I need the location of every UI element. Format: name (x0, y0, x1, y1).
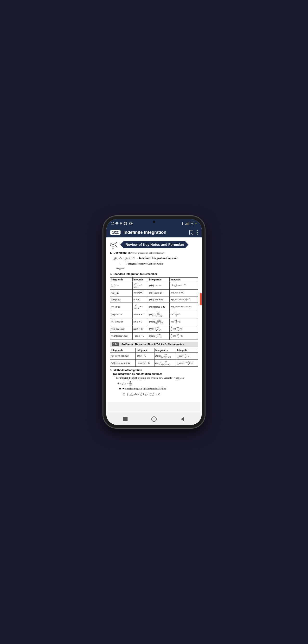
table-row: (vii) ∫sec² x dx tan x + C (xvii) ∫dxa²+… (110, 325, 198, 332)
triangle-icon (181, 417, 184, 422)
col-header-integrals-1: Integrals (132, 278, 148, 282)
svg-rect-7 (188, 222, 188, 225)
arrow-row: ↓ Integrand ↳ Integral / Primitive / Ant… (116, 262, 198, 270)
status-right: 21 (181, 222, 197, 225)
svg-line-12 (116, 242, 117, 243)
svg-point-1 (125, 223, 126, 224)
method-body-text: For integral ∫f′{g(x)} g′(x) dx, we crea… (116, 376, 184, 379)
special-integral-formula-i: (i) ∫1a²−x² dx = 12a loge |a+xa−x| + C (123, 392, 198, 397)
formula-block: ∫f(x) dx = g(x) + C → Indefinite Integra… (114, 255, 198, 270)
method-sub-a: (A) Integration by substitution method: (113, 372, 198, 375)
carrier-m: M (120, 222, 122, 225)
content-area: Review of Key Notes and Formulae 1. Defi… (106, 238, 202, 413)
special-integrals-title: ★ ★ Special Integrals in Substitution Me… (119, 387, 198, 391)
telescope-icon (110, 240, 118, 249)
col-header-2-integrals-1: Integrals (136, 348, 154, 352)
time: 10:49 (111, 222, 119, 225)
banner-title: Review of Key Notes and Formulae (120, 241, 188, 248)
bookmark-icon[interactable] (189, 230, 194, 235)
header-title: Indefinite Integration (123, 230, 186, 235)
page-number-badge: 124 (112, 342, 119, 346)
page-number-banner: 124 Authentic Shortcuts-Tips & Tricks in… (110, 342, 198, 347)
col-header-integrands-1: Integrands (110, 278, 132, 282)
page-number-text: Authentic Shortcuts-Tips & Tricks in Mat… (121, 343, 184, 346)
status-left: 10:49 M (111, 222, 133, 226)
svg-point-9 (197, 232, 198, 233)
signal-icon (185, 222, 189, 225)
section-2-label: Standard Integration to Remember (114, 272, 157, 276)
svg-rect-6 (187, 223, 188, 225)
svg-point-10 (197, 234, 198, 235)
svg-rect-4 (185, 224, 186, 225)
circle-icon (124, 222, 127, 226)
back-button[interactable] (151, 416, 157, 422)
table-row: (i) ∫xn dx xn+1n+1 + C (xi) ∫cot x dx −l… (110, 282, 198, 290)
section-3-label: Methods of Integration (114, 368, 142, 372)
table-row: (viii) ∫cosec² x dx −cot x + C (xviii) ∫… (110, 332, 198, 340)
integrals-table-2: Integrands Integrals Integrands Integral… (110, 348, 198, 367)
section-banner: Review of Key Notes and Formulae (110, 240, 198, 249)
col-header-integrands-2: Integrands (148, 278, 170, 282)
section-3-number: 3. (110, 368, 112, 372)
table-row: (ii) ∫1xdx loge|x|+C (xii) ∫tan x dx log… (110, 289, 198, 296)
svg-point-16 (112, 244, 114, 245)
svg-point-3 (130, 223, 132, 224)
red-tab (200, 293, 202, 305)
section-2-number: 2. (110, 272, 112, 276)
svg-point-2 (129, 222, 132, 225)
definition-text: Reverse process of differentiation (128, 251, 164, 254)
col-header-2-integrands-2: Integrands (154, 348, 176, 352)
svg-point-8 (197, 230, 198, 231)
header-icons (189, 230, 198, 235)
table-row: (ix) ∫sec x tan x dx sec x + C (xix) ∫dx… (110, 352, 198, 360)
bluetooth-icon (181, 222, 184, 225)
home-button[interactable] (122, 416, 129, 422)
battery-indicator: 21 (190, 222, 194, 225)
section-3-methods: 3. Methods of Integration (A) Integratio… (110, 368, 198, 397)
section-1-definition: 1. Definition: Reverse process of differ… (110, 251, 198, 270)
circle2-icon (129, 222, 133, 226)
integral-formula: ∫f(x) dx = g(x) + C → Indefinite Integra… (114, 255, 198, 261)
page-badge: 1/22 (110, 230, 120, 235)
table-row: (x) ∫cosec x cot x dx −cosec x + C (xx) … (110, 360, 198, 367)
section-2: 2. Standard Integration to Remember (110, 272, 198, 276)
method-body-a: For integral ∫f′{g(x)} g′(x) dx, we crea… (116, 376, 198, 397)
square-icon (123, 417, 127, 421)
svg-line-13 (116, 246, 117, 247)
charging-icon (195, 222, 197, 225)
more-options-icon[interactable] (197, 230, 198, 235)
page-content: Review of Key Notes and Formulae 1. Defi… (106, 238, 202, 402)
svg-point-0 (124, 222, 127, 225)
special-title-text: ★ Special Integrals in Substitution Meth… (122, 387, 166, 391)
definition-label: Definition: (114, 251, 126, 254)
col-header-2-integrals-2: Integrals (176, 348, 198, 352)
bottom-nav (106, 413, 202, 425)
that-text: that g′(x) = dtdx (117, 381, 198, 386)
integrals-table-1: Integrands Integrals Integrands Integral… (110, 277, 198, 340)
app-header: 1/22 Indefinite Integration (106, 227, 202, 238)
table-row: (v) ∫sin x dx −cos x + C (xv) ∫dx√(a²−x²… (110, 311, 198, 318)
table-row: (iii) ∫ex dx ex + C (xiii) ∫sec x dx log… (110, 296, 198, 303)
table-row: (iv) ∫ax dx axloge a + C (xiv) ∫cosec x … (110, 303, 198, 311)
circle-nav-icon (151, 416, 157, 422)
svg-rect-5 (186, 223, 187, 225)
navigate-back-button[interactable] (179, 416, 186, 422)
col-header-integrals-2: Integrals (169, 278, 198, 282)
table-row: (vi) ∫cos x dx sin x + C (xvi) ∫−dx√(a²−… (110, 318, 198, 325)
section-1-number: 1. (110, 251, 112, 254)
col-header-2-integrands-1: Integrands (110, 348, 136, 352)
